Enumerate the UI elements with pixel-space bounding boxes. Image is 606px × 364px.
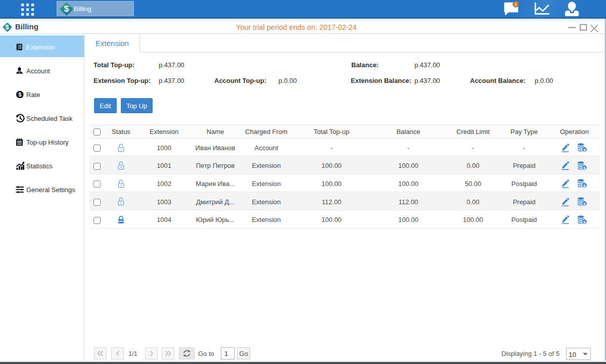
svg-text:$: $	[583, 219, 586, 224]
svg-text:$: $	[18, 92, 21, 98]
svg-text:$: $	[583, 202, 586, 206]
svg-text:$: $	[583, 184, 586, 188]
svg-text:!: !	[515, 2, 517, 7]
svg-text:$: $	[583, 166, 586, 170]
svg-text:$: $	[583, 148, 586, 152]
